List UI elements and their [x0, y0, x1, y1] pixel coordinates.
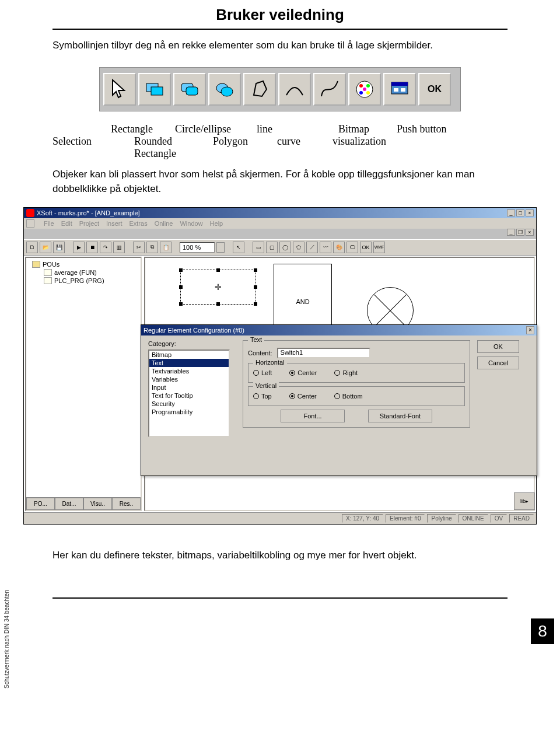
tree-item[interactable]: average (FUN)	[29, 268, 138, 277]
label-polygon: Polygon	[198, 135, 262, 160]
status-element: Element: #0	[386, 514, 425, 523]
toolbar-copy-icon[interactable]: ⧉	[146, 242, 158, 253]
svg-marker-7	[254, 81, 267, 96]
element-config-dialog: Regular Element Configuration (#0) × Cat…	[141, 324, 537, 476]
list-item[interactable]: Variables	[149, 375, 229, 383]
tab-pous[interactable]: PO...	[26, 498, 55, 510]
tree-item-label: average (FUN)	[54, 269, 97, 276]
list-item[interactable]: Textvariables	[149, 367, 229, 375]
radio-label: Top	[261, 393, 272, 400]
label-line: line	[257, 123, 298, 135]
ok-button[interactable]: OK	[477, 340, 519, 353]
label-visualization: visualization	[332, 135, 414, 160]
font-button[interactable]: Font...	[281, 410, 345, 422]
maximize-button[interactable]: □	[516, 209, 524, 216]
radio-center-h[interactable]: Center	[289, 369, 317, 376]
file-icon	[44, 269, 52, 276]
svg-point-10	[366, 84, 370, 88]
radio-top[interactable]: Top	[253, 393, 272, 400]
toolbar-open-icon[interactable]: 📂	[40, 242, 51, 253]
tool-ellipse-icon[interactable]: ◯	[279, 242, 291, 253]
curve-icon	[313, 73, 346, 106]
vertical-legend: Vertical	[253, 382, 279, 389]
tool-wmf-icon[interactable]: WMF	[373, 242, 385, 253]
menu-window[interactable]: Window	[180, 220, 202, 227]
ok-button-icon: OK	[418, 73, 451, 106]
list-item[interactable]: Text	[149, 359, 229, 367]
dialog-close-button[interactable]: ×	[526, 326, 534, 334]
polygon-icon	[243, 73, 276, 106]
intro-paragraph: Symbollinjen tilbyr deg nå en rekke elem…	[52, 38, 508, 53]
radio-center-v[interactable]: Center	[289, 393, 317, 400]
zoom-dropdown-icon[interactable]	[216, 242, 225, 253]
menu-help[interactable]: Help	[210, 220, 223, 227]
text-fieldset: Text Content: Switch1 Horizontal Left Ce…	[243, 340, 470, 428]
radio-label: Bottom	[342, 393, 363, 400]
standard-font-button[interactable]: Standard-Font	[368, 410, 432, 422]
radio-left[interactable]: Left	[253, 369, 272, 376]
tool-polygon-icon[interactable]: ⬠	[293, 242, 304, 253]
tool-vis-icon[interactable]: 🖵	[346, 242, 358, 253]
tool-ok-icon[interactable]: OK	[360, 242, 372, 253]
vertical-fieldset: Vertical Top Center Bottom	[248, 386, 465, 406]
menu-insert[interactable]: Insert	[106, 220, 123, 227]
menu-extras[interactable]: Extras	[129, 220, 147, 227]
canvas-selected-rect[interactable]: ✛	[180, 270, 256, 305]
page-number-tab: 8	[531, 618, 554, 644]
tree-root-label: POUs	[43, 261, 60, 268]
list-item[interactable]: Input	[149, 383, 229, 392]
radio-bottom[interactable]: Bottom	[334, 393, 363, 400]
toolbar-stop-icon[interactable]: ⏹	[86, 242, 98, 253]
tool-bitmap-icon[interactable]: 🎨	[333, 242, 345, 253]
close-button[interactable]: ×	[526, 209, 534, 216]
toolbar-new-icon[interactable]: 🗋	[26, 242, 38, 253]
toolbar-save-icon[interactable]: 💾	[53, 242, 65, 253]
tool-rrect-icon[interactable]: ▢	[266, 242, 278, 253]
radio-right[interactable]: Right	[334, 369, 358, 376]
svg-point-9	[359, 84, 363, 88]
dialog-title: Regular Element Configuration (#0)	[144, 327, 244, 334]
toolbar-paste-icon[interactable]: 📋	[160, 242, 172, 253]
tool-line-icon[interactable]: ／	[306, 242, 318, 253]
list-item[interactable]: Security	[149, 400, 229, 408]
radio-label: Left	[261, 369, 272, 376]
tool-curve-icon[interactable]: 〰	[320, 242, 331, 253]
menu-file[interactable]: File	[44, 220, 54, 227]
mdi-restore[interactable]: ❐	[516, 229, 524, 236]
menu-edit[interactable]: Edit	[61, 220, 72, 227]
svg-marker-0	[113, 80, 124, 97]
scroll-corner[interactable]: lib ▸	[514, 492, 535, 510]
toolbar-module-icon[interactable]: ▥	[113, 242, 125, 253]
cancel-button[interactable]: Cancel	[477, 356, 519, 369]
tab-visu[interactable]: Visu..	[83, 498, 112, 510]
app-icon	[26, 209, 34, 217]
mdi-minimize[interactable]: _	[507, 229, 515, 236]
mdi-close[interactable]: ×	[526, 229, 534, 236]
list-item[interactable]: Text for Tooltip	[149, 392, 229, 400]
minimize-button[interactable]: _	[507, 209, 515, 216]
toolbar-step-icon[interactable]: ↷	[100, 242, 111, 253]
radio-label: Center	[298, 369, 317, 376]
tree-root[interactable]: POUs	[29, 260, 138, 268]
label-push-button: Push button	[397, 123, 478, 135]
toolbar-run-icon[interactable]: ▶	[73, 242, 85, 253]
tab-resources[interactable]: Res..	[112, 498, 141, 510]
label-curve: curve	[262, 135, 315, 160]
dialog-titlebar: Regular Element Configuration (#0) ×	[141, 325, 537, 335]
menu-project[interactable]: Project	[79, 220, 99, 227]
menu-online[interactable]: Online	[155, 220, 173, 227]
content-input[interactable]: Switch1	[277, 348, 370, 358]
horizontal-fieldset: Horizontal Left Center Right	[248, 363, 465, 383]
list-item[interactable]: Programability	[149, 408, 229, 416]
tree-item[interactable]: PLC_PRG (PRG)	[29, 277, 138, 285]
zoom-input[interactable]: 100 %	[180, 242, 215, 253]
folder-icon	[32, 261, 40, 268]
toolbar-cut-icon[interactable]: ✂	[133, 242, 145, 253]
tool-select-icon[interactable]: ↖	[233, 242, 244, 253]
status-polyline: Polyline	[427, 514, 456, 523]
tool-rect-icon[interactable]: ▭	[253, 242, 264, 253]
category-listbox[interactable]: Bitmap Text Textvariables Variables Inpu…	[148, 349, 230, 437]
tab-datatypes[interactable]: Dat...	[55, 498, 83, 510]
list-item[interactable]: Bitmap	[149, 351, 229, 359]
rectangle-icon	[138, 73, 171, 106]
